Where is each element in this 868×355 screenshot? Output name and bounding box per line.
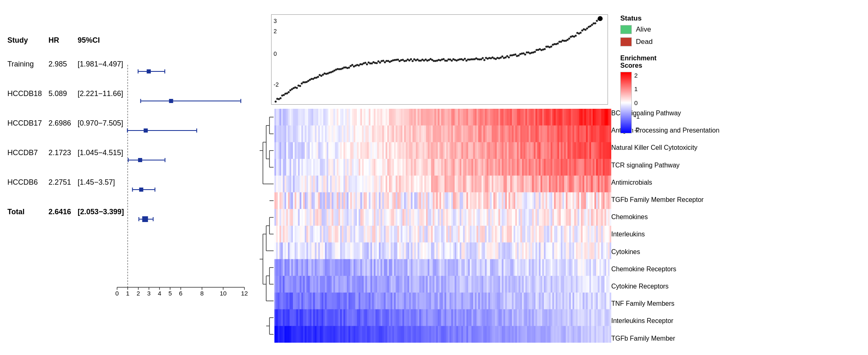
svg-point-112	[382, 60, 384, 62]
svg-point-174	[484, 59, 486, 61]
pathway-label-2: Natural Killer Cell Cytotoxicity	[611, 143, 755, 152]
pathway-label-3: TCR signaling Pathway	[611, 161, 755, 169]
svg-point-108	[376, 62, 378, 64]
svg-point-233	[580, 32, 582, 34]
svg-point-219	[557, 43, 559, 45]
svg-point-195	[518, 55, 520, 57]
svg-point-46	[275, 101, 277, 103]
svg-point-193	[514, 53, 516, 55]
svg-point-185	[501, 55, 503, 57]
forest-row-2: HCCDB172.6986[0.970−7.505]	[4, 108, 127, 138]
svg-point-172	[480, 58, 482, 60]
status-legend-label-alive: Alive	[636, 25, 651, 34]
svg-point-124	[402, 59, 404, 61]
svg-text:0: 0	[115, 290, 119, 297]
svg-point-49	[279, 97, 281, 99]
svg-point-59	[296, 87, 298, 89]
svg-point-130	[412, 60, 414, 62]
svg-point-230	[575, 34, 577, 37]
svg-point-149	[442, 58, 444, 60]
svg-point-245	[598, 16, 603, 21]
svg-text:8: 8	[200, 290, 203, 297]
svg-point-110	[379, 62, 381, 64]
pathway-label-9: Chemokine Receptors	[611, 265, 755, 273]
svg-point-93	[351, 64, 353, 66]
status-legend-color-alive	[620, 25, 632, 34]
forest-row-5: Total2.6416[2.053−3.399]	[4, 197, 127, 227]
heatmap	[274, 109, 611, 343]
dendrogram	[255, 109, 274, 343]
svg-point-101	[364, 62, 366, 64]
svg-point-129	[410, 58, 412, 60]
svg-point-243	[596, 20, 598, 22]
enrichment-legend-bar: 210-1-2	[620, 72, 744, 133]
svg-point-226	[568, 38, 570, 40]
svg-rect-45	[142, 216, 148, 222]
svg-rect-33	[144, 128, 148, 133]
svg-text:0: 0	[274, 50, 277, 57]
svg-point-187	[504, 57, 507, 59]
svg-point-62	[301, 82, 303, 85]
svg-text:1: 1	[126, 290, 129, 297]
pathway-label-8: Cytokines	[611, 247, 755, 256]
svg-point-199	[524, 53, 526, 55]
svg-point-211	[544, 48, 546, 50]
forest-plot-svg: 012345681012	[111, 33, 251, 316]
svg-point-221	[560, 41, 562, 43]
svg-point-113	[384, 61, 386, 63]
pathway-labels: BCR Signaling PathwayAntigen Processing …	[611, 109, 755, 343]
status-legend-color-dead	[620, 37, 632, 46]
svg-point-239	[589, 25, 592, 27]
svg-text:2: 2	[136, 290, 140, 297]
pathway-label-7: Interleukins	[611, 230, 755, 238]
svg-text:5: 5	[168, 290, 172, 297]
svg-point-72	[317, 76, 319, 78]
panel-a: Study HR 95%CI Training2.985[1.981−4.497…	[0, 0, 255, 355]
forest-row-4: HCCDB62.2751[1.45−3.57]	[4, 167, 127, 197]
svg-point-75	[322, 73, 324, 76]
enrichment-legend-title: EnrichmentScores	[620, 55, 744, 69]
svg-text:12: 12	[241, 290, 248, 297]
svg-point-109	[378, 60, 380, 62]
svg-point-128	[408, 60, 410, 62]
svg-point-97	[358, 64, 360, 66]
enrichment-ticks: 210-1-2	[632, 72, 640, 133]
svg-rect-37	[138, 158, 142, 162]
svg-point-173	[482, 57, 484, 59]
panel-b: 320-2 BCR Signaling PathwayAntigen Proce…	[255, 0, 868, 355]
svg-point-162	[464, 58, 466, 60]
svg-point-151	[446, 60, 448, 62]
svg-point-240	[591, 24, 593, 26]
forest-row-1: HCCDB185.089[2.221−11.66]	[4, 79, 127, 108]
col-study: Study	[4, 33, 45, 49]
svg-rect-25	[147, 69, 151, 73]
svg-text:3: 3	[147, 290, 150, 297]
svg-point-54	[288, 91, 290, 93]
svg-point-53	[286, 92, 288, 94]
pathway-label-5: TGFb Family Member Receptor	[611, 195, 755, 204]
svg-point-126	[405, 60, 407, 62]
col-hr: HR	[45, 33, 74, 49]
svg-text:10: 10	[220, 290, 227, 297]
pathway-label-13: TGFb Family Member	[611, 334, 755, 343]
svg-text:4: 4	[158, 290, 161, 297]
svg-point-61	[299, 85, 301, 87]
legend-area: Status AliveDead EnrichmentScores 210-1-…	[620, 14, 744, 121]
svg-point-237	[586, 27, 588, 30]
pathway-label-10: Cytokine Receptors	[611, 282, 755, 291]
svg-text:-2: -2	[274, 81, 279, 88]
svg-point-121	[397, 59, 399, 61]
svg-point-51	[283, 94, 285, 96]
status-legend-title: Status	[620, 14, 744, 23]
forest-table: Study HR 95%CI Training2.985[1.981−4.497…	[4, 33, 119, 227]
svg-point-91	[348, 66, 350, 69]
svg-point-154	[451, 60, 453, 62]
status-legend-item-alive: Alive	[620, 25, 744, 34]
pathway-label-12: Interleukins Receptor	[611, 316, 755, 325]
svg-point-205	[534, 51, 536, 53]
pathway-label-4: Antimicrobials	[611, 178, 755, 187]
svg-point-242	[594, 22, 596, 24]
svg-text:6: 6	[179, 290, 182, 297]
svg-point-189	[508, 56, 510, 58]
svg-point-161	[462, 59, 464, 61]
